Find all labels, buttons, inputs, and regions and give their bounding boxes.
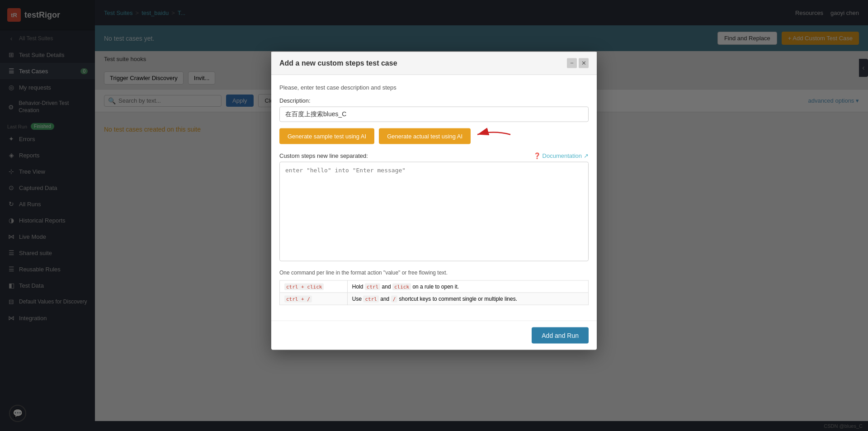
ai-buttons-row: Generate sample test using AI Generate a… bbox=[279, 128, 589, 144]
shortcut-1-code: ctrl + click bbox=[284, 283, 324, 290]
description-label: Description: bbox=[279, 97, 589, 104]
generate-sample-ai-button[interactable]: Generate sample test using AI bbox=[279, 128, 374, 144]
shortcut-1-click: click bbox=[392, 283, 411, 290]
custom-steps-header: Custom steps new line separated: ❓ Docum… bbox=[279, 152, 589, 159]
shortcut-row-1: ctrl + click Hold ctrl and click on a ru… bbox=[280, 280, 589, 293]
modal-subtitle: Please, enter test case description and … bbox=[279, 84, 589, 90]
shortcut-2-key: ctrl + / bbox=[280, 293, 348, 305]
shortcut-2-slash: / bbox=[391, 295, 398, 302]
modal-footer: Add and Run bbox=[271, 320, 597, 350]
shortcut-1-ctrl: ctrl bbox=[365, 283, 381, 290]
documentation-link[interactable]: ❓ Documentation ↗ bbox=[533, 152, 589, 159]
modal-title: Add a new custom steps test case bbox=[279, 59, 397, 67]
shortcut-2-ctrl: ctrl bbox=[363, 295, 379, 302]
shortcut-1-key: ctrl + click bbox=[280, 280, 348, 293]
modal-add-test-case: Add a new custom steps test case − ✕ Ple… bbox=[271, 52, 597, 350]
hint-text: One command per line in the format actio… bbox=[279, 269, 589, 275]
add-and-run-button[interactable]: Add and Run bbox=[532, 327, 589, 343]
red-arrow-icon bbox=[475, 128, 511, 142]
shortcut-table: ctrl + click Hold ctrl and click on a ru… bbox=[279, 280, 589, 305]
shortcut-1-desc: Hold ctrl and click on a rule to open it… bbox=[347, 280, 588, 293]
arrow-indicator: Generate actual test using AI bbox=[379, 128, 471, 144]
modal-close-button[interactable]: ✕ bbox=[579, 58, 589, 68]
documentation-text: Documentation bbox=[542, 152, 582, 159]
modal-header: Add a new custom steps test case − ✕ bbox=[271, 52, 597, 75]
custom-steps-label: Custom steps new line separated: bbox=[279, 152, 368, 159]
modal-close-buttons: − ✕ bbox=[567, 58, 589, 68]
steps-textarea[interactable] bbox=[279, 161, 589, 261]
shortcut-2-desc: Use ctrl and / shortcut keys to comment … bbox=[347, 293, 588, 305]
external-link-icon: ↗ bbox=[584, 152, 589, 159]
description-input[interactable] bbox=[279, 106, 589, 122]
modal-body: Please, enter test case description and … bbox=[271, 75, 597, 320]
shortcut-2-code: ctrl + / bbox=[284, 295, 312, 302]
modal-minimize-button[interactable]: − bbox=[567, 58, 577, 68]
question-icon: ❓ bbox=[533, 152, 541, 159]
shortcut-row-2: ctrl + / Use ctrl and / shortcut keys to… bbox=[280, 293, 589, 305]
generate-actual-ai-button[interactable]: Generate actual test using AI bbox=[379, 128, 471, 144]
